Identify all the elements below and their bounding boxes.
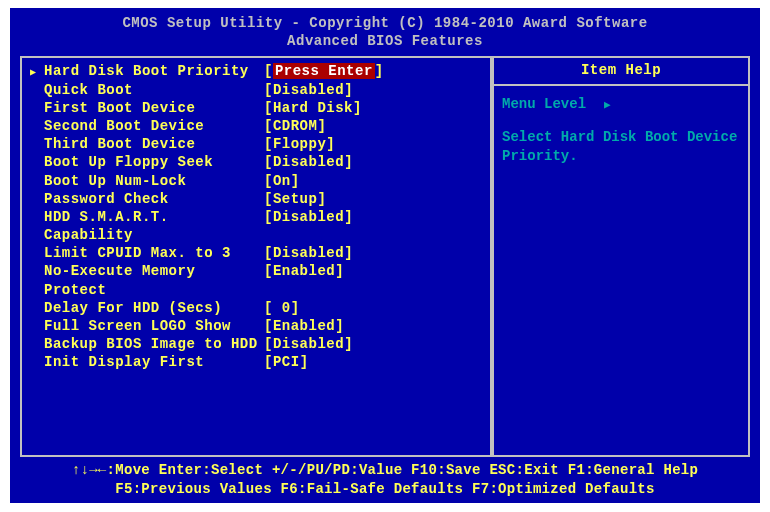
setting-value[interactable]: [Enabled] [264, 317, 344, 335]
setting-label: Backup BIOS Image to HDD [44, 335, 264, 353]
bracket-close: ] [344, 82, 353, 98]
bracket-open: [ [264, 245, 273, 261]
bracket-close: ] [335, 263, 344, 279]
value-text: On [273, 173, 291, 189]
setting-value[interactable]: [Press Enter] [264, 62, 384, 80]
footer-line-1: ↑↓→←:Move Enter:Select +/-/PU/PD:Value F… [20, 461, 750, 480]
bracket-open: [ [264, 300, 282, 316]
triangle-right-icon [30, 81, 44, 99]
setting-label: Quick Boot [44, 81, 264, 99]
setting-value[interactable]: [Disabled] [264, 153, 353, 171]
header-title: CMOS Setup Utility - Copyright (C) 1984-… [20, 14, 750, 32]
setting-label: Hard Disk Boot Priority [44, 62, 264, 80]
value-text: Disabled [273, 245, 344, 261]
bracket-open: [ [264, 209, 273, 225]
setting-value[interactable]: [Setup] [264, 190, 326, 208]
setting-value[interactable]: [Disabled] [264, 335, 353, 353]
setting-row[interactable]: Password Check[Setup] [30, 190, 482, 208]
triangle-right-icon [30, 353, 44, 371]
setting-label: Boot Up Floppy Seek [44, 153, 264, 171]
help-text: Select Hard Disk Boot Device Priority. [502, 128, 740, 166]
bracket-open: [ [264, 173, 273, 189]
bracket-close: ] [344, 245, 353, 261]
setting-label: Delay For HDD (Secs) [44, 299, 264, 317]
setting-label: HDD S.M.A.R.T. Capability [44, 208, 264, 244]
bracket-open: [ [264, 336, 273, 352]
setting-row[interactable]: Boot Up Floppy Seek[Disabled] [30, 153, 482, 171]
triangle-right-icon [30, 99, 44, 117]
settings-panel: ▶Hard Disk Boot Priority[Press Enter]Qui… [20, 56, 492, 457]
help-divider [494, 84, 748, 86]
setting-row[interactable]: HDD S.M.A.R.T. Capability[Disabled] [30, 208, 482, 244]
triangle-right-icon [30, 299, 44, 317]
bracket-close: ] [291, 173, 300, 189]
bracket-open: [ [264, 318, 273, 334]
bracket-open: [ [264, 118, 273, 134]
setting-label: First Boot Device [44, 99, 264, 117]
menu-level-row: Menu Level ▶ [502, 96, 740, 112]
triangle-right-icon [30, 135, 44, 153]
value-text: Press Enter [273, 63, 375, 79]
setting-row[interactable]: Delay For HDD (Secs)[ 0] [30, 299, 482, 317]
triangle-right-icon [30, 117, 44, 135]
bracket-close: ] [317, 191, 326, 207]
value-text: Disabled [273, 82, 344, 98]
setting-value[interactable]: [Disabled] [264, 244, 353, 262]
setting-value[interactable]: [Hard Disk] [264, 99, 362, 117]
bracket-close: ] [375, 63, 384, 79]
setting-value[interactable]: [Enabled] [264, 262, 344, 298]
setting-row[interactable]: Third Boot Device[Floppy] [30, 135, 482, 153]
setting-value[interactable]: [Disabled] [264, 81, 353, 99]
triangle-right-icon [30, 153, 44, 171]
value-text: Disabled [273, 209, 344, 225]
setting-row[interactable]: Second Boot Device[CDROM] [30, 117, 482, 135]
setting-row[interactable]: First Boot Device[Hard Disk] [30, 99, 482, 117]
value-text: Setup [273, 191, 318, 207]
setting-value[interactable]: [ 0] [264, 299, 300, 317]
triangle-right-icon: ▶ [30, 62, 44, 80]
setting-label: Password Check [44, 190, 264, 208]
header: CMOS Setup Utility - Copyright (C) 1984-… [20, 14, 750, 50]
bracket-close: ] [344, 336, 353, 352]
setting-label: No-Execute Memory Protect [44, 262, 264, 298]
footer-line-2: F5:Previous Values F6:Fail-Safe Defaults… [20, 480, 750, 499]
bracket-close: ] [291, 300, 300, 316]
header-subtitle: Advanced BIOS Features [20, 32, 750, 50]
bracket-open: [ [264, 100, 273, 116]
help-title: Item Help [502, 62, 740, 78]
setting-row[interactable]: Boot Up Num-Lock[On] [30, 172, 482, 190]
bracket-close: ] [335, 318, 344, 334]
setting-value[interactable]: [CDROM] [264, 117, 326, 135]
setting-row[interactable]: ▶Hard Disk Boot Priority[Press Enter] [30, 62, 482, 80]
bracket-close: ] [344, 154, 353, 170]
setting-label: Second Boot Device [44, 117, 264, 135]
setting-value[interactable]: [PCI] [264, 353, 309, 371]
triangle-right-icon [30, 317, 44, 335]
value-text: Floppy [273, 136, 326, 152]
value-text: 0 [282, 300, 291, 316]
bracket-close: ] [353, 100, 362, 116]
setting-label: Third Boot Device [44, 135, 264, 153]
setting-value[interactable]: [Disabled] [264, 208, 353, 244]
setting-row[interactable]: Init Display First[PCI] [30, 353, 482, 371]
menu-level-label: Menu Level [502, 96, 586, 112]
setting-row[interactable]: No-Execute Memory Protect[Enabled] [30, 262, 482, 298]
setting-value[interactable]: [Floppy] [264, 135, 335, 153]
bracket-close: ] [317, 118, 326, 134]
value-text: Enabled [273, 318, 335, 334]
bracket-open: [ [264, 136, 273, 152]
setting-row[interactable]: Backup BIOS Image to HDD[Disabled] [30, 335, 482, 353]
bracket-open: [ [264, 82, 273, 98]
triangle-right-icon [30, 190, 44, 208]
value-text: PCI [273, 354, 300, 370]
value-text: CDROM [273, 118, 318, 134]
setting-value[interactable]: [On] [264, 172, 300, 190]
triangle-right-icon [30, 172, 44, 190]
setting-label: Full Screen LOGO Show [44, 317, 264, 335]
setting-row[interactable]: Quick Boot[Disabled] [30, 81, 482, 99]
value-text: Hard Disk [273, 100, 353, 116]
setting-row[interactable]: Limit CPUID Max. to 3[Disabled] [30, 244, 482, 262]
setting-row[interactable]: Full Screen LOGO Show[Enabled] [30, 317, 482, 335]
triangle-right-icon [30, 208, 44, 244]
triangle-right-icon [30, 335, 44, 353]
